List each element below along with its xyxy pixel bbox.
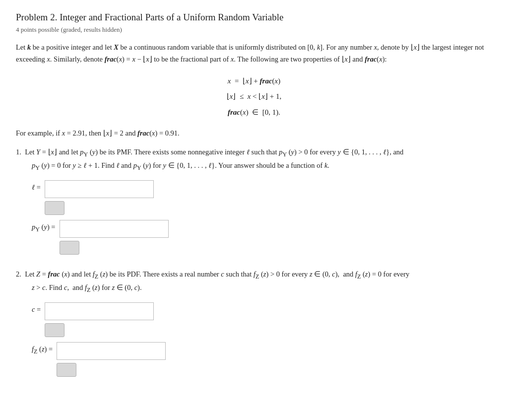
answer-row-fz: fZ (z) = [32, 342, 492, 377]
c-answer-group [45, 302, 154, 337]
question-2: 2. Let Z = frac (x) and let fZ (z) be it… [16, 269, 492, 377]
problem-title: Problem 2. Integer and Fractional Parts … [16, 12, 492, 23]
l-input[interactable] [45, 180, 154, 198]
math-properties: x = ⌊x⌋ + frac(x) ⌊x⌋ ≤ x < ⌊x⌋ + 1, fra… [16, 73, 492, 121]
intro-text: Let k be a positive integer and let X be… [16, 42, 492, 66]
fz-input[interactable] [57, 342, 166, 360]
points-info: 4 points possible (graded, results hidde… [16, 26, 492, 34]
question-1-text: 1. Let Y = ⌊x⌋ and let pY (y) be its PMF… [16, 146, 492, 173]
question-1: 1. Let Y = ⌊x⌋ and let pY (y) be its PMF… [16, 146, 492, 255]
fz-submit-button[interactable] [57, 363, 76, 377]
question-list: 1. Let Y = ⌊x⌋ and let pY (y) be its PMF… [16, 146, 492, 376]
answer-row-c: c = [32, 302, 492, 337]
py-input[interactable] [60, 220, 169, 238]
py-answer-group [60, 220, 169, 255]
fz-label: fZ (z) = [32, 342, 53, 355]
l-answer-group [45, 180, 154, 215]
answer-row-py: pY (y) = [32, 220, 492, 255]
answer-row-l: ℓ = [32, 180, 492, 215]
c-submit-button[interactable] [45, 323, 64, 337]
py-submit-button[interactable] [60, 241, 79, 255]
c-label: c = [32, 302, 41, 314]
example-text: For example, if x = 2.91, then ⌊x⌋ = 2 a… [16, 129, 492, 138]
py-label: pY (y) = [32, 220, 56, 233]
l-label: ℓ = [32, 180, 41, 192]
fz-answer-group [57, 342, 166, 377]
question-2-text: 2. Let Z = frac (x) and let fZ (z) be it… [16, 269, 492, 295]
c-input[interactable] [45, 302, 154, 320]
l-submit-button[interactable] [45, 201, 64, 215]
